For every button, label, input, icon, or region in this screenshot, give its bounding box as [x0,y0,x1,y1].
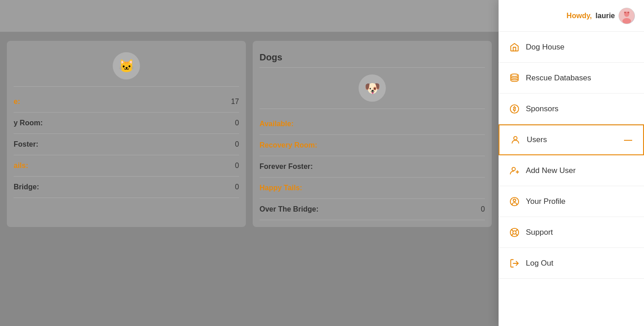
cats-label-4: ails: [14,162,28,170]
cats-label-1: e: [14,98,20,106]
menu-label-support: Support [526,228,553,237]
cats-value-3: 0 [235,140,239,148]
cats-value-4: 0 [235,162,239,170]
menu-item-your-profile[interactable]: Your Profile [499,186,644,217]
dogs-row-3: Forever Foster: [260,156,485,178]
svg-point-10 [513,199,516,202]
menu-item-log-out[interactable]: Log Out [499,248,644,279]
svg-point-7 [514,137,517,140]
sign-out-icon [509,258,519,268]
dogs-row-5: Over The Bridge: 0 [260,199,485,220]
dogs-value-5: 0 [481,205,485,213]
cards-area: 🐱 e: 17 y Room: 0 Foster: 0 ails: 0 Brid… [0,36,499,232]
cats-card-header: 🐱 [14,48,239,87]
database-icon [509,73,519,83]
menu-label-rescue-databases: Rescue Databases [526,74,591,83]
svg-line-15 [516,229,518,231]
dogs-card-header: 🐶 [260,70,485,109]
cats-label-2: y Room: [14,119,43,127]
user-icon [510,135,520,145]
svg-line-14 [516,233,518,235]
dogs-label-5: Over The Bridge: [260,205,319,213]
menu-item-sponsors[interactable]: Sponsors [499,94,644,124]
howdy-label: Howdy, [567,12,592,20]
cats-card: 🐱 e: 17 y Room: 0 Foster: 0 ails: 0 Brid… [7,41,246,227]
cats-row-3: Foster: 0 [14,134,239,155]
svg-point-8 [512,167,515,170]
dropdown-header: Howdy, laurie [499,0,644,32]
dropdown-menu: Howdy, laurie Dog House [499,0,644,326]
dogs-row-4: Happy Tails: [260,178,485,199]
menu-item-dog-house[interactable]: Dog House [499,32,644,63]
cats-row-1: e: 17 [14,91,239,113]
cats-label-5: Bridge: [14,183,39,191]
dogs-row-2: Recovery Room: [260,135,485,156]
dog-icon: 🐶 [359,74,386,102]
menu-item-users[interactable]: Users — [499,124,644,155]
dogs-row-1: Available: [260,114,485,135]
user-circle-icon [509,197,519,207]
dogs-card: Dogs 🐶 Available: Recovery Room: Forever… [253,41,492,227]
menu-item-support[interactable]: Support [499,217,644,248]
dogs-label-1: Available: [260,120,294,128]
avatar[interactable] [619,8,635,24]
dogs-label: Dogs [260,48,485,68]
dogs-label-2: Recovery Room: [260,141,317,149]
username-label: laurie [595,12,615,20]
menu-label-log-out: Log Out [526,259,554,268]
svg-point-3 [624,11,626,13]
cat-icon: 🐱 [113,52,140,79]
cats-row-5: Bridge: 0 [14,177,239,198]
svg-point-2 [623,18,631,24]
dollar-icon [509,104,519,114]
users-arrow: — [624,135,632,145]
menu-label-add-new-user: Add New User [526,166,576,175]
menu-label-your-profile: Your Profile [526,197,565,206]
user-plus-icon [509,166,519,176]
menu-item-rescue-databases[interactable]: Rescue Databases [499,63,644,94]
menu-label-dog-house: Dog House [526,43,564,52]
cats-row-4: ails: 0 [14,155,239,177]
dogs-label-3: Forever Foster: [260,163,313,171]
cats-value-1: 17 [231,98,239,106]
dogs-label-4: Happy Tails: [260,184,302,192]
menu-item-add-new-user[interactable]: Add New User [499,155,644,186]
svg-point-4 [628,11,629,13]
house-icon [509,42,519,52]
svg-point-5 [511,74,519,76]
cats-row-2: y Room: 0 [14,113,239,134]
main-content: 🐱 e: 17 y Room: 0 Foster: 0 ails: 0 Brid… [0,0,499,326]
menu-label-sponsors: Sponsors [526,104,559,114]
cats-label-3: Foster: [14,140,38,148]
top-bar [0,0,499,32]
cats-value-2: 0 [235,119,239,127]
svg-line-13 [512,229,514,231]
life-ring-icon [509,227,519,237]
cats-value-5: 0 [235,183,239,191]
svg-line-16 [512,233,514,235]
menu-label-users: Users [527,135,547,144]
